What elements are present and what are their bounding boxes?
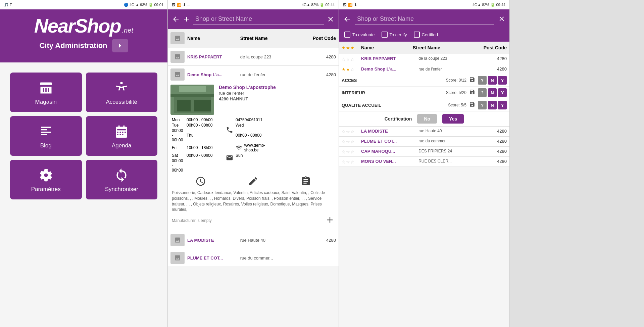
star-c-2: ☆ — [346, 149, 350, 154]
star-p-1: ☆ — [342, 139, 346, 144]
filter-back-icon — [343, 15, 351, 23]
header-star-3: ★ — [350, 45, 354, 50]
city-admin-label: City Administration — [39, 41, 107, 50]
cert-row-cap[interactable]: ☆ ☆ ☆ CAP MAROQU... DES FRIPIERS 24 4280 — [339, 147, 509, 157]
cert-row-top-demo[interactable]: ★ ★ ☆ Demo Shop L'a... rue de l'enfer 42… — [339, 64, 509, 74]
menu-item-parametres[interactable]: Paramètres — [10, 160, 82, 199]
svg-rect-4 — [170, 94, 214, 97]
menu-item-synchroniser[interactable]: Synchroniser — [86, 160, 158, 199]
shop-image-icon-kris — [174, 53, 182, 60]
save-icon-acces[interactable] — [469, 77, 475, 84]
clipboard-icon[interactable] — [300, 176, 311, 187]
website-text: www.demo-shop.be — [244, 143, 276, 152]
cert-name-kris: KRIS PAPPAERT — [361, 56, 416, 61]
shop-row-kris[interactable]: KRIS PAPPAERT de la coupe 223 4280 — [168, 48, 339, 66]
menu-item-blog[interactable]: Blog — [10, 116, 82, 156]
cert-btn-q-qualite[interactable]: ? — [478, 101, 487, 109]
certification-no-button[interactable]: No — [417, 114, 437, 124]
shop-expanded-header-demo[interactable]: Demo Shop L'a... rue de l'enfer 4280 — [168, 66, 339, 83]
cert-post-mons: 4280 — [482, 159, 507, 164]
cert-btn-y-acces[interactable]: Y — [498, 76, 507, 85]
status-right-text: 🔵 4G ▲ 93% 🔋 09:01 — [124, 3, 163, 7]
cert-row-plume[interactable]: ☆ ☆ ☆ PLUME ET COT... rue du commer... 4… — [339, 137, 509, 147]
wifi-icon — [236, 144, 242, 151]
header-star-2: ★ — [346, 45, 350, 50]
certification-label: Certification — [385, 116, 412, 122]
shop-front-svg — [170, 85, 214, 115]
cert-col-header-name: Name — [361, 45, 411, 50]
filter-clear-button[interactable] — [498, 15, 505, 24]
table-header-2: Name Street Name Post Code — [168, 29, 339, 48]
checkbox-certified[interactable]: Certified — [414, 32, 438, 38]
star-p-3: ☆ — [350, 139, 354, 144]
star-lm-2: ☆ — [346, 129, 350, 134]
star-m-2: ☆ — [346, 159, 350, 165]
cert-btn-y-qualite[interactable]: Y — [498, 101, 507, 109]
header-image-col — [170, 32, 185, 44]
status-icons-left-3: 🖼 📶 ⬇ ... — [343, 3, 361, 7]
menu-item-magasin[interactable]: Magasin — [10, 73, 82, 112]
menu-synchroniser-label: Synchroniser — [105, 186, 138, 193]
add-manufacturer-button[interactable] — [325, 215, 335, 226]
cert-btn-q-interieur[interactable]: ? — [478, 88, 487, 97]
status-wifi-icon: 📶 — [177, 3, 182, 7]
save-icon-interieur[interactable] — [469, 89, 475, 96]
cert-btn-n-qualite[interactable]: N — [488, 101, 497, 109]
city-admin-row: City Administration — [39, 39, 128, 52]
checkbox-label-certified: Certified — [422, 32, 438, 37]
cert-row-mons[interactable]: ☆ ☆ ☆ MONS OU VEN... RUE DES CLER... 428… — [339, 157, 509, 167]
shop-city-demo: 4280 HANNUT — [219, 96, 336, 101]
gear-icon — [39, 168, 53, 183]
cert-btn-n-acces[interactable]: N — [488, 76, 497, 85]
status-wifi-icon-3: 📶 — [348, 3, 353, 7]
stars-cap: ☆ ☆ ☆ — [342, 149, 359, 154]
score-row-interieur: INTERIEUR Score: 5/20 ? N Y — [339, 86, 509, 99]
cert-row-lamodiste[interactable]: ☆ ☆ ☆ LA MODISTE rue Haute 40 4280 — [339, 127, 509, 137]
star-c-1: ☆ — [342, 149, 346, 154]
edit-icon[interactable] — [248, 176, 258, 187]
menu-item-accessibilite[interactable]: Accessibilité — [86, 73, 158, 112]
shop-name-plume: PLUME ET COT... — [187, 255, 238, 261]
svg-rect-3 — [194, 100, 211, 111]
day-fri: Fri — [172, 145, 185, 150]
panel-main-menu: 🎵 F 🔵 4G ▲ 93% 🔋 09:01 NearShop .net Cit… — [0, 0, 168, 327]
time-sun: 00h00 - 00h00 — [172, 158, 185, 173]
stars-demo: ★ ★ ☆ — [342, 67, 359, 72]
certification-yes-button[interactable]: Yes — [442, 114, 464, 124]
save-icon-qualite[interactable] — [469, 101, 475, 109]
clear-search-button-2[interactable] — [327, 15, 335, 23]
phone-icon — [226, 126, 233, 134]
add-button-2[interactable] — [183, 15, 191, 23]
clock-icon[interactable] — [195, 176, 206, 187]
day-sat: Sat — [172, 153, 185, 158]
checkbox-to-evaluate[interactable]: To evaluate — [344, 32, 375, 38]
cert-row-kris[interactable]: ☆ ☆ ☆ KRIS PAPPAERT de la coupe 223 4280 — [339, 54, 509, 64]
app-logo: NearShop — [34, 16, 121, 36]
menu-item-agenda[interactable]: Agenda — [86, 116, 158, 156]
cert-btn-n-interieur[interactable]: N — [488, 88, 497, 97]
status-left: 🎵 F — [4, 3, 12, 7]
shop-post-kris: 4280 — [306, 54, 336, 59]
search-bar-2 — [168, 9, 339, 29]
cert-btn-y-interieur[interactable]: Y — [498, 88, 507, 97]
store-icon — [39, 81, 53, 95]
shop-street-lamodiste: rue Haute 40 — [240, 238, 303, 243]
filter-back-button[interactable] — [343, 15, 351, 23]
city-admin-arrow-button[interactable] — [112, 39, 128, 52]
filter-checkboxes: To evaluate To certify Certified — [339, 29, 509, 42]
cert-post-cap: 4280 — [482, 149, 507, 154]
image-icon — [174, 35, 182, 42]
logo-shop: Shop — [75, 15, 121, 37]
back-button-2[interactable] — [172, 15, 180, 23]
shop-expanded-demo: Demo Shop L'a... rue de l'enfer 4280 — [168, 66, 339, 231]
shop-row-plume[interactable]: PLUME ET COT... rue du commer... — [168, 249, 339, 267]
checkbox-label-certify: To certify — [390, 32, 407, 37]
cert-btn-q-acces[interactable]: ? — [478, 76, 487, 85]
search-input-2[interactable] — [193, 14, 324, 25]
filter-search-input[interactable] — [355, 14, 494, 25]
email-icon — [226, 154, 233, 161]
checkbox-to-certify[interactable]: To certify — [382, 32, 407, 38]
shop-row-lamodiste[interactable]: LA MODISTE rue Haute 40 4280 — [168, 231, 339, 249]
panel-shop-list: 🖼 📶 ⬇ ... 4G▲ 82% 🔋 09:44 Name Street Na… — [168, 0, 339, 327]
cert-final-row: Certification No Yes — [339, 111, 509, 126]
